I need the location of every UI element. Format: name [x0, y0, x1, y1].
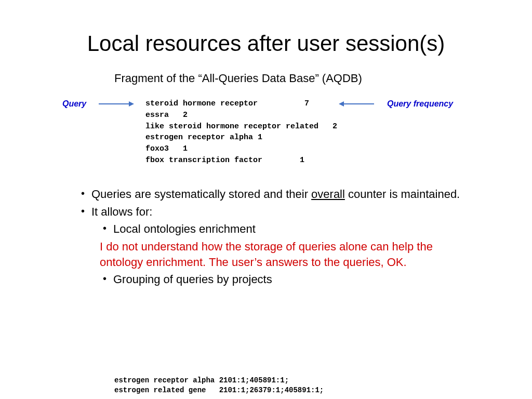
query-row: essra 2	[145, 111, 188, 119]
data-row: estrogen related gene 2101:1;26379:1;405…	[114, 386, 324, 394]
slide-title: Local resources after user session(s)	[31, 31, 501, 56]
bullet-underlined: overall	[311, 188, 345, 201]
query-row: steroid hormone receptor 7	[145, 99, 309, 108]
bullet-item: Queries are systematically stored and th…	[78, 187, 470, 202]
slide-container: Local resources after user session(s) Fr…	[0, 0, 532, 399]
sub-bullet-item: Local ontologies enrichment	[100, 221, 470, 237]
sub-bullet-item: Grouping of queries by projects	[100, 272, 470, 287]
data-row: estrogen receptor alpha 2101:1;405891:1;	[114, 376, 289, 384]
bullet-text: counter is maintained.	[345, 188, 460, 201]
bullet-section: Queries are systematically stored and th…	[78, 187, 470, 287]
query-row: like steroid hormone receptor related 2	[145, 122, 337, 131]
bullet-item: It allows for:	[78, 204, 470, 220]
bullet-text: Queries are systematically stored and th…	[91, 188, 311, 201]
arrow-left-icon	[343, 103, 374, 104]
query-row: estrogen receptor alpha 1	[145, 133, 262, 142]
query-database-block: Query steroid hormone receptor 7 essra 2…	[31, 98, 501, 176]
query-row: foxo3 1	[145, 144, 188, 153]
bottom-data-block: estrogen receptor alpha 2101:1;405891:1;…	[114, 376, 324, 396]
slide-subtitle: Fragment of the “All-Queries Data Base” …	[114, 72, 501, 85]
arrow-right-icon	[99, 103, 130, 104]
query-list: steroid hormone receptor 7 essra 2 like …	[145, 98, 337, 166]
query-frequency-label: Query frequency	[387, 99, 453, 109]
reviewer-note: I do not understand how the storage of q…	[100, 239, 470, 270]
query-row: fbox transcription factor 1	[145, 156, 304, 165]
query-label: Query	[62, 99, 86, 109]
